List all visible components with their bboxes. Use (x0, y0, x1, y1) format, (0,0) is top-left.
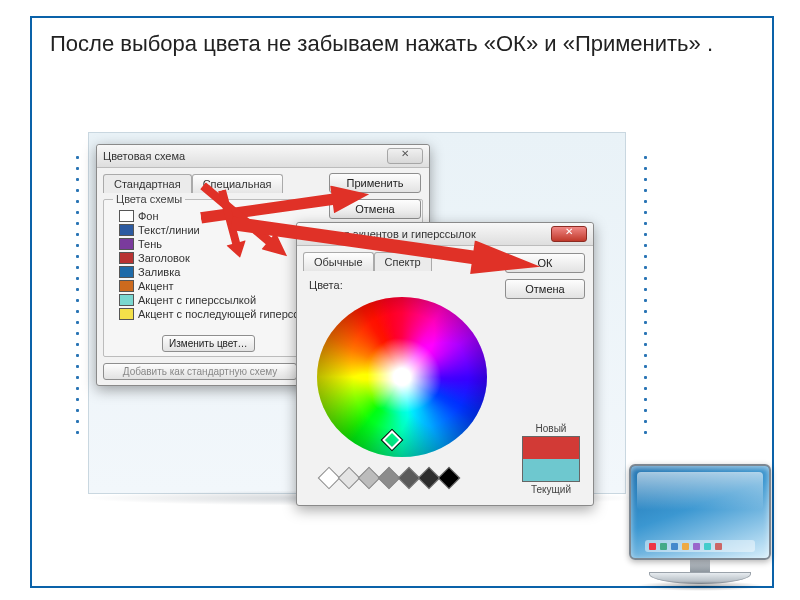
dock-bar (645, 540, 755, 552)
dot-column (72, 148, 82, 478)
grayscale-row[interactable] (321, 469, 481, 487)
color-hex-wheel[interactable] (317, 297, 487, 457)
scheme-item-label: Акцент с гиперссылкой (138, 294, 256, 306)
gray-swatch[interactable] (438, 467, 461, 490)
scheme-item-label: Заголовок (138, 252, 190, 264)
dialog-title: Цветовая схема (103, 150, 185, 162)
add-standard-scheme-button[interactable]: Добавить как стандартную схему (103, 363, 297, 380)
new-current-preview: Новый Текущий (519, 423, 583, 495)
scheme-item-label: Тень (138, 238, 162, 250)
new-label: Новый (519, 423, 583, 434)
color-swatch (119, 238, 134, 250)
group-label: Цвета схемы (113, 193, 185, 205)
monitor-illustration (626, 464, 774, 600)
close-button[interactable]: ✕ (387, 148, 423, 164)
close-button[interactable]: ✕ (551, 226, 587, 242)
caption-text: После выбора цвета не забываем нажать «О… (50, 30, 750, 58)
color-swatch (119, 280, 134, 292)
slide: После выбора цвета не забываем нажать «О… (0, 0, 800, 600)
current-label: Текущий (519, 484, 583, 495)
color-swatch (119, 294, 134, 306)
colors-label: Цвета: (309, 279, 343, 291)
scheme-item-label: Текст/линии (138, 224, 200, 236)
tab-standard[interactable]: Стандартная (103, 174, 192, 193)
color-swatch (119, 224, 134, 236)
cancel-button[interactable]: Отмена (505, 279, 585, 299)
scheme-item-label: Фон (138, 210, 159, 222)
dot-column (640, 148, 650, 478)
monitor-screen (629, 464, 771, 560)
color-swatch (119, 252, 134, 264)
titlebar[interactable]: Цветовая схема ✕ (97, 145, 429, 168)
color-swatch (119, 210, 134, 222)
monitor-stand (690, 560, 710, 572)
scheme-item-label: Акцент (138, 280, 174, 292)
change-color-button[interactable]: Изменить цвет… (162, 335, 255, 352)
accent-color-dialog: Цвет для акцентов и гиперссылок ✕ Обычны… (296, 222, 594, 506)
new-color-swatch (523, 437, 579, 459)
tab-usual[interactable]: Обычные (303, 252, 374, 271)
color-swatch (119, 266, 134, 278)
monitor-shadow (636, 581, 764, 591)
close-icon: ✕ (552, 226, 586, 237)
color-swatch (119, 308, 134, 320)
close-icon: ✕ (388, 148, 422, 159)
scheme-item-label: Заливка (138, 266, 180, 278)
current-color-swatch (523, 459, 579, 481)
